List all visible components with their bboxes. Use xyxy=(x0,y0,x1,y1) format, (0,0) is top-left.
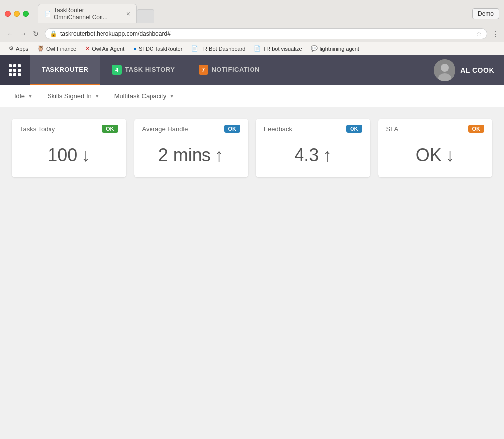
metric-card-average-handle-header: Average Handle OK xyxy=(134,119,249,137)
owl-finance-icon: 🦉 xyxy=(37,45,44,52)
bookmark-owl-air-agent[interactable]: ✕ Owl Air Agent xyxy=(81,44,128,53)
bookmark-apps[interactable]: ⚙ Apps xyxy=(5,44,32,53)
average-handle-value: 2 mins ↑ xyxy=(158,145,224,165)
app-header: TASKROUTER 4 TASK HISTORY 7 NOTIFICATION… xyxy=(0,55,504,85)
tasks-today-arrow: ↓ xyxy=(81,145,90,165)
sla-value: OK ↓ xyxy=(416,145,454,165)
avatar-image xyxy=(434,59,455,81)
sla-badge: OK xyxy=(468,125,485,133)
bookmark-star-icon[interactable]: ☆ xyxy=(476,30,482,37)
bookmark-sfdc[interactable]: ● SFDC TaskRouter xyxy=(129,45,186,53)
feedback-badge: OK xyxy=(346,125,362,133)
demo-button[interactable]: Demo xyxy=(472,8,499,19)
idle-chevron-icon: ▼ xyxy=(28,93,33,99)
browser-tab-bar: 📄 TaskRouter OmniChannel Con... × xyxy=(33,4,159,23)
tab-task-history[interactable]: 4 TASK HISTORY xyxy=(100,55,187,85)
sla-number: OK xyxy=(416,145,442,165)
skills-chevron-icon: ▼ xyxy=(95,93,100,99)
feedback-title: Feedback xyxy=(264,125,292,133)
bookmark-owl-finance-label: Owl Finance xyxy=(46,46,76,52)
new-tab-button[interactable] xyxy=(137,9,154,23)
bookmark-owl-air-label: Owl Air Agent xyxy=(92,46,124,52)
tab-page-icon: 📄 xyxy=(44,11,51,17)
metric-card-average-handle: Average Handle OK 2 mins ↑ xyxy=(134,119,249,177)
browser-tab-title: TaskRouter OmniChannel Con... xyxy=(54,7,121,21)
user-area: AL COOK xyxy=(424,55,504,85)
tab-notification[interactable]: 7 NOTIFICATION xyxy=(187,55,271,85)
main-content: Tasks Today OK 100 ↓ Average Handle OK 2… xyxy=(0,107,504,404)
metric-card-average-handle-body: 2 mins ↑ xyxy=(134,137,249,177)
tab-taskrouter[interactable]: TASKROUTER xyxy=(30,55,100,85)
metric-card-sla-body: OK ↓ xyxy=(378,137,493,177)
bookmark-sfdc-label: SFDC TaskRouter xyxy=(139,46,182,52)
task-history-badge: 4 xyxy=(112,65,122,75)
metric-card-tasks-today: Tasks Today OK 100 ↓ xyxy=(12,119,126,177)
forward-button[interactable]: → xyxy=(18,29,29,39)
close-window-button[interactable] xyxy=(5,11,11,17)
bookmark-tr-bot-visualize-label: TR bot visualize xyxy=(263,46,302,52)
ssl-lock-icon: 🔒 xyxy=(50,30,57,37)
main-nav: TASKROUTER 4 TASK HISTORY 7 NOTIFICATION xyxy=(30,55,424,85)
idle-label: Idle xyxy=(14,92,25,100)
metric-card-sla-header: SLA OK xyxy=(378,119,493,137)
browser-menu-button[interactable]: ⋮ xyxy=(491,29,499,39)
feedback-number: 4.3 xyxy=(294,145,319,165)
multitask-chevron-icon: ▼ xyxy=(169,93,174,99)
bookmarks-bar: ⚙ Apps 🦉 Owl Finance ✕ Owl Air Agent ● S… xyxy=(0,42,504,55)
tasks-today-number: 100 xyxy=(48,145,77,165)
owl-air-icon: ✕ xyxy=(85,45,90,52)
multitask-capacity-dropdown[interactable]: Multitask Capacity ▼ xyxy=(108,89,181,103)
url-text: taskrouterbot.herokuapp.com/dashboard# xyxy=(60,30,473,37)
toolbar: Idle ▼ Skills Signed In ▼ Multitask Capa… xyxy=(0,85,504,107)
browser-nav-buttons: ← → ↻ xyxy=(5,29,41,39)
tasks-today-title: Tasks Today xyxy=(20,125,55,133)
tr-bot-dash-icon: 📄 xyxy=(191,45,198,52)
bookmark-tr-bot-dashboard-label: TR Bot Dashboard xyxy=(200,46,245,52)
avatar xyxy=(434,59,455,81)
bookmark-tr-bot-visualize[interactable]: 📄 TR bot visualize xyxy=(250,44,305,53)
metric-card-tasks-today-header: Tasks Today OK xyxy=(12,119,126,137)
average-handle-title: Average Handle xyxy=(142,125,188,133)
bookmark-tr-bot-dashboard[interactable]: 📄 TR Bot Dashboard xyxy=(187,44,249,53)
idle-dropdown[interactable]: Idle ▼ xyxy=(8,89,39,103)
bookmark-lightning-label: lightnining agent xyxy=(320,46,359,52)
tr-bot-viz-icon: 📄 xyxy=(254,45,261,52)
sla-arrow: ↓ xyxy=(446,145,454,165)
tasks-today-badge: OK xyxy=(102,125,118,133)
feedback-value: 4.3 ↑ xyxy=(294,145,332,165)
tab-notification-label: NOTIFICATION xyxy=(211,66,259,73)
average-handle-badge: OK xyxy=(224,125,241,133)
average-handle-number: 2 mins xyxy=(158,145,211,165)
feedback-arrow: ↑ xyxy=(323,145,332,165)
tasks-today-value: 100 ↓ xyxy=(48,145,90,165)
notification-badge: 7 xyxy=(199,65,208,75)
tab-taskrouter-label: TASKROUTER xyxy=(42,66,88,73)
apps-icon: ⚙ xyxy=(9,45,14,52)
app-logo[interactable] xyxy=(0,55,30,85)
back-button[interactable]: ← xyxy=(5,29,16,39)
browser-chrome: 📄 TaskRouter OmniChannel Con... × Demo ←… xyxy=(0,0,504,55)
metric-card-feedback-header: Feedback OK xyxy=(256,119,370,137)
skills-signed-in-label: Skills Signed In xyxy=(48,92,92,100)
bookmark-lightning-agent[interactable]: 💬 lightnining agent xyxy=(307,44,363,53)
metric-card-tasks-today-body: 100 ↓ xyxy=(12,137,126,177)
maximize-window-button[interactable] xyxy=(23,11,29,17)
metric-card-sla: SLA OK OK ↓ xyxy=(378,119,493,177)
svg-point-1 xyxy=(441,64,449,72)
tab-close-button[interactable]: × xyxy=(126,10,130,18)
skills-signed-in-dropdown[interactable]: Skills Signed In ▼ xyxy=(41,89,106,103)
metric-card-feedback: Feedback OK 4.3 ↑ xyxy=(256,119,370,177)
address-bar[interactable]: 🔒 taskrouterbot.herokuapp.com/dashboard#… xyxy=(45,28,487,39)
active-browser-tab[interactable]: 📄 TaskRouter OmniChannel Con... × xyxy=(38,4,137,23)
tab-task-history-label: TASK HISTORY xyxy=(125,66,175,73)
average-handle-arrow: ↑ xyxy=(215,145,224,165)
minimize-window-button[interactable] xyxy=(14,11,20,17)
bookmark-owl-finance[interactable]: 🦉 Owl Finance xyxy=(33,44,80,53)
grid-icon xyxy=(9,64,21,76)
metric-card-feedback-body: 4.3 ↑ xyxy=(256,137,370,177)
sfdc-icon: ● xyxy=(133,46,137,52)
lightning-icon: 💬 xyxy=(311,45,318,52)
reload-button[interactable]: ↻ xyxy=(31,29,41,39)
multitask-capacity-label: Multitask Capacity xyxy=(114,92,166,100)
bookmark-apps-label: Apps xyxy=(16,46,28,52)
